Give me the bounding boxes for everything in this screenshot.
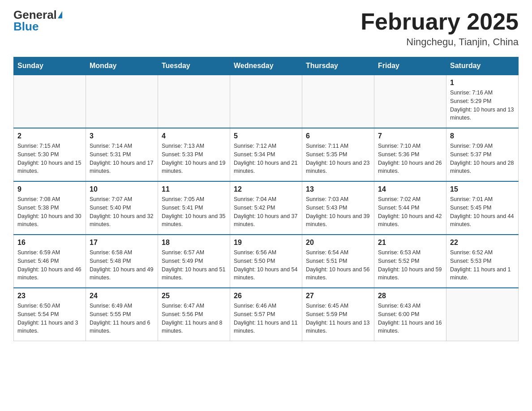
- day-number: 24: [90, 292, 154, 300]
- day-info: Sunrise: 7:08 AMSunset: 5:38 PMDaylight:…: [17, 195, 82, 229]
- day-number: 15: [450, 185, 515, 193]
- day-number: 26: [234, 292, 298, 300]
- page-header: General Blue February 2025 Ningchegu, Ti…: [13, 9, 519, 48]
- calendar-cell: 5Sunrise: 7:12 AMSunset: 5:34 PMDaylight…: [230, 128, 302, 181]
- calendar-cell: 14Sunrise: 7:02 AMSunset: 5:44 PMDayligh…: [374, 181, 446, 235]
- day-info: Sunrise: 6:49 AMSunset: 5:55 PMDaylight:…: [90, 302, 154, 335]
- title-section: February 2025 Ningchegu, Tianjin, China: [360, 9, 519, 48]
- calendar-cell: [446, 288, 519, 341]
- calendar-cell: 11Sunrise: 7:05 AMSunset: 5:41 PMDayligh…: [158, 181, 230, 235]
- calendar-cell: 27Sunrise: 6:45 AMSunset: 5:59 PMDayligh…: [302, 288, 374, 341]
- logo: General Blue: [13, 9, 62, 32]
- day-info: Sunrise: 6:52 AMSunset: 5:53 PMDaylight:…: [450, 248, 515, 282]
- day-number: 19: [234, 239, 298, 247]
- day-number: 10: [90, 185, 154, 193]
- calendar-cell: 1Sunrise: 7:16 AMSunset: 5:29 PMDaylight…: [446, 75, 519, 128]
- calendar-cell: 2Sunrise: 7:15 AMSunset: 5:30 PMDaylight…: [14, 128, 86, 181]
- calendar-cell: 8Sunrise: 7:09 AMSunset: 5:37 PMDaylight…: [446, 128, 519, 181]
- day-info: Sunrise: 7:05 AMSunset: 5:41 PMDaylight:…: [162, 195, 226, 229]
- logo-blue-text: Blue: [13, 21, 39, 32]
- day-number: 5: [234, 132, 298, 140]
- day-info: Sunrise: 6:54 AMSunset: 5:51 PMDaylight:…: [306, 248, 370, 282]
- calendar-week-row: 9Sunrise: 7:08 AMSunset: 5:38 PMDaylight…: [14, 181, 519, 235]
- day-info: Sunrise: 7:09 AMSunset: 5:37 PMDaylight:…: [450, 142, 515, 176]
- day-info: Sunrise: 7:04 AMSunset: 5:42 PMDaylight:…: [234, 195, 298, 229]
- calendar-cell: [302, 75, 374, 128]
- day-number: 16: [17, 239, 82, 247]
- day-info: Sunrise: 6:45 AMSunset: 5:59 PMDaylight:…: [306, 302, 370, 335]
- day-info: Sunrise: 7:13 AMSunset: 5:33 PMDaylight:…: [162, 142, 226, 176]
- logo-triangle-icon: [58, 11, 62, 18]
- calendar-table: SundayMondayTuesdayWednesdayThursdayFrid…: [13, 57, 519, 341]
- day-info: Sunrise: 6:53 AMSunset: 5:52 PMDaylight:…: [378, 248, 442, 282]
- day-number: 18: [162, 239, 226, 247]
- day-number: 2: [17, 132, 82, 140]
- calendar-subtitle: Ningchegu, Tianjin, China: [360, 36, 519, 48]
- calendar-cell: 22Sunrise: 6:52 AMSunset: 5:53 PMDayligh…: [446, 235, 519, 288]
- calendar-cell: 19Sunrise: 6:56 AMSunset: 5:50 PMDayligh…: [230, 235, 302, 288]
- day-number: 3: [90, 132, 154, 140]
- calendar-header-wednesday: Wednesday: [230, 57, 302, 75]
- day-info: Sunrise: 6:59 AMSunset: 5:46 PMDaylight:…: [17, 248, 82, 282]
- day-number: 14: [378, 185, 442, 193]
- calendar-header-monday: Monday: [86, 57, 158, 75]
- calendar-header-tuesday: Tuesday: [158, 57, 230, 75]
- day-info: Sunrise: 7:10 AMSunset: 5:36 PMDaylight:…: [378, 142, 442, 176]
- day-info: Sunrise: 7:07 AMSunset: 5:40 PMDaylight:…: [90, 195, 154, 229]
- day-info: Sunrise: 7:01 AMSunset: 5:45 PMDaylight:…: [450, 195, 515, 229]
- day-number: 4: [162, 132, 226, 140]
- calendar-cell: 6Sunrise: 7:11 AMSunset: 5:35 PMDaylight…: [302, 128, 374, 181]
- calendar-header-row: SundayMondayTuesdayWednesdayThursdayFrid…: [14, 57, 519, 75]
- day-number: 6: [306, 132, 370, 140]
- day-info: Sunrise: 7:16 AMSunset: 5:29 PMDaylight:…: [450, 89, 515, 122]
- day-number: 23: [17, 292, 82, 300]
- day-info: Sunrise: 7:12 AMSunset: 5:34 PMDaylight:…: [234, 142, 298, 176]
- calendar-header-friday: Friday: [374, 57, 446, 75]
- calendar-header-thursday: Thursday: [302, 57, 374, 75]
- day-number: 22: [450, 239, 515, 247]
- calendar-cell: 12Sunrise: 7:04 AMSunset: 5:42 PMDayligh…: [230, 181, 302, 235]
- calendar-cell: 25Sunrise: 6:47 AMSunset: 5:56 PMDayligh…: [158, 288, 230, 341]
- day-number: 12: [234, 185, 298, 193]
- day-number: 21: [378, 239, 442, 247]
- calendar-cell: 21Sunrise: 6:53 AMSunset: 5:52 PMDayligh…: [374, 235, 446, 288]
- calendar-cell: 24Sunrise: 6:49 AMSunset: 5:55 PMDayligh…: [86, 288, 158, 341]
- calendar-header-saturday: Saturday: [446, 57, 519, 75]
- day-info: Sunrise: 6:46 AMSunset: 5:57 PMDaylight:…: [234, 302, 298, 335]
- day-number: 20: [306, 239, 370, 247]
- logo-general-text: General: [13, 9, 57, 21]
- calendar-cell: 10Sunrise: 7:07 AMSunset: 5:40 PMDayligh…: [86, 181, 158, 235]
- calendar-cell: 15Sunrise: 7:01 AMSunset: 5:45 PMDayligh…: [446, 181, 519, 235]
- calendar-cell: [14, 75, 86, 128]
- day-info: Sunrise: 7:15 AMSunset: 5:30 PMDaylight:…: [17, 142, 82, 176]
- calendar-cell: 26Sunrise: 6:46 AMSunset: 5:57 PMDayligh…: [230, 288, 302, 341]
- calendar-cell: [230, 75, 302, 128]
- calendar-cell: 9Sunrise: 7:08 AMSunset: 5:38 PMDaylight…: [14, 181, 86, 235]
- day-info: Sunrise: 7:03 AMSunset: 5:43 PMDaylight:…: [306, 195, 370, 229]
- calendar-week-row: 1Sunrise: 7:16 AMSunset: 5:29 PMDaylight…: [14, 75, 519, 128]
- calendar-cell: 20Sunrise: 6:54 AMSunset: 5:51 PMDayligh…: [302, 235, 374, 288]
- day-number: 1: [450, 79, 515, 87]
- calendar-cell: [86, 75, 158, 128]
- calendar-cell: 16Sunrise: 6:59 AMSunset: 5:46 PMDayligh…: [14, 235, 86, 288]
- day-info: Sunrise: 6:56 AMSunset: 5:50 PMDaylight:…: [234, 248, 298, 282]
- calendar-title: February 2025: [360, 9, 519, 34]
- day-info: Sunrise: 6:57 AMSunset: 5:49 PMDaylight:…: [162, 248, 226, 282]
- day-number: 9: [17, 185, 82, 193]
- calendar-cell: 18Sunrise: 6:57 AMSunset: 5:49 PMDayligh…: [158, 235, 230, 288]
- calendar-cell: 7Sunrise: 7:10 AMSunset: 5:36 PMDaylight…: [374, 128, 446, 181]
- day-number: 7: [378, 132, 442, 140]
- day-number: 8: [450, 132, 515, 140]
- calendar-week-row: 23Sunrise: 6:50 AMSunset: 5:54 PMDayligh…: [14, 288, 519, 341]
- day-info: Sunrise: 6:43 AMSunset: 6:00 PMDaylight:…: [378, 302, 442, 335]
- calendar-cell: 28Sunrise: 6:43 AMSunset: 6:00 PMDayligh…: [374, 288, 446, 341]
- calendar-week-row: 2Sunrise: 7:15 AMSunset: 5:30 PMDaylight…: [14, 128, 519, 181]
- day-info: Sunrise: 7:14 AMSunset: 5:31 PMDaylight:…: [90, 142, 154, 176]
- day-number: 11: [162, 185, 226, 193]
- calendar-cell: 17Sunrise: 6:58 AMSunset: 5:48 PMDayligh…: [86, 235, 158, 288]
- calendar-cell: 13Sunrise: 7:03 AMSunset: 5:43 PMDayligh…: [302, 181, 374, 235]
- day-number: 13: [306, 185, 370, 193]
- calendar-cell: 3Sunrise: 7:14 AMSunset: 5:31 PMDaylight…: [86, 128, 158, 181]
- day-info: Sunrise: 6:50 AMSunset: 5:54 PMDaylight:…: [17, 302, 82, 335]
- day-number: 17: [90, 239, 154, 247]
